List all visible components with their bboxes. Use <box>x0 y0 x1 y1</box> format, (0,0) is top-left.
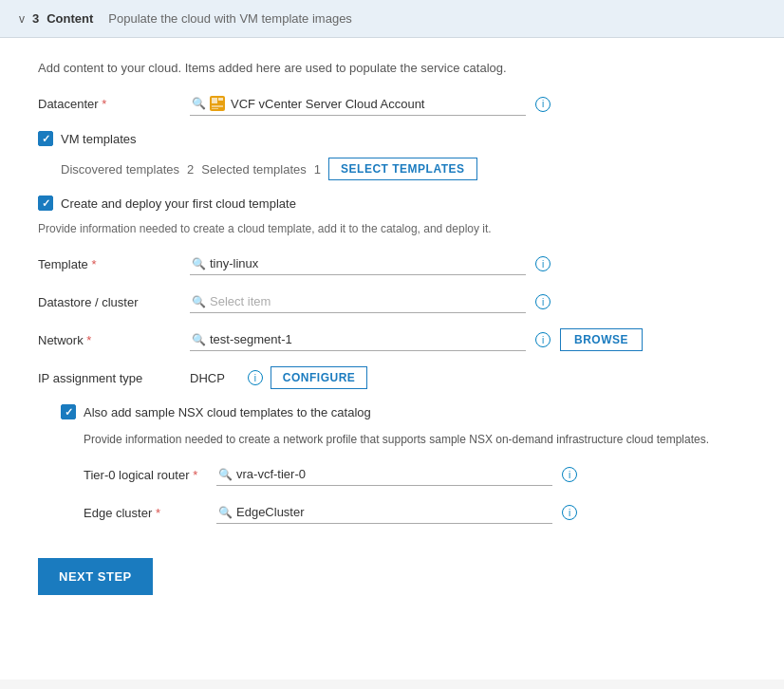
template-value: tiny-linux <box>210 256 524 270</box>
tier0-search-icon: 🔍 <box>218 468 233 481</box>
datastore-label: Datastore / cluster <box>38 295 190 309</box>
template-info-icon[interactable]: i <box>535 256 551 271</box>
nsx-section: Also add sample NSX cloud templates to t… <box>61 404 746 524</box>
edge-cluster-value: EdgeCluster <box>236 505 551 519</box>
network-input-wrap[interactable]: 🔍 test-segment-1 i <box>190 328 551 351</box>
network-label: Network * <box>38 333 190 347</box>
datacenter-vm-icon <box>210 96 225 111</box>
templates-counts-row: Discovered templates 2 Selected template… <box>61 158 746 180</box>
datastore-placeholder: Select item <box>210 294 524 308</box>
tier0-label: Tier-0 logical router * <box>84 468 216 482</box>
network-row: Network * 🔍 test-segment-1 i BROWSE <box>38 328 746 351</box>
edge-search-icon: 🔍 <box>218 506 233 519</box>
tier0-input-wrap[interactable]: 🔍 vra-vcf-tier-0 i <box>216 463 577 486</box>
network-input[interactable]: 🔍 test-segment-1 <box>190 328 526 351</box>
select-templates-button[interactable]: SELECT TEMPLATES <box>328 158 476 180</box>
svg-rect-2 <box>218 98 223 101</box>
tier0-input[interactable]: 🔍 vra-vcf-tier-0 <box>216 463 552 486</box>
selected-label: Selected templates <box>201 162 307 177</box>
create-deploy-label: Create and deploy your first cloud templ… <box>61 196 296 211</box>
edge-cluster-label: Edge cluster * <box>84 506 216 520</box>
browse-button[interactable]: BROWSE <box>560 328 643 351</box>
network-value: test-segment-1 <box>210 332 524 346</box>
step-description: Populate the cloud with VM template imag… <box>108 11 352 26</box>
content-area: Add content to your cloud. Items added h… <box>0 38 784 680</box>
datastore-input-wrap[interactable]: 🔍 Select item i <box>190 290 551 313</box>
next-step-button[interactable]: NEXT STEP <box>38 558 153 595</box>
svg-rect-1 <box>212 98 217 103</box>
datacenter-info-icon[interactable]: i <box>535 97 551 112</box>
ip-assignment-controls: DHCP i CONFIGURE <box>190 366 367 389</box>
nsx-checkbox[interactable] <box>61 404 76 419</box>
edge-cluster-info-icon[interactable]: i <box>562 505 577 520</box>
search-icon: 🔍 <box>192 97 206 110</box>
datastore-info-icon[interactable]: i <box>535 294 551 309</box>
required-star-edge: * <box>156 506 160 520</box>
svg-rect-3 <box>212 105 223 107</box>
tier0-value: vra-vcf-tier-0 <box>236 467 551 481</box>
vm-templates-checkbox-row[interactable]: VM templates <box>38 131 746 146</box>
network-info-icon[interactable]: i <box>535 332 551 347</box>
edge-cluster-input-wrap[interactable]: 🔍 EdgeCluster i <box>216 501 577 524</box>
intro-text: Add content to your cloud. Items added h… <box>38 61 746 75</box>
required-star: * <box>102 97 106 111</box>
edge-cluster-row: Edge cluster * 🔍 EdgeCluster i <box>84 501 746 524</box>
create-deploy-checkbox[interactable] <box>38 196 53 211</box>
required-star-tier0: * <box>193 468 197 482</box>
datacenter-input-wrap[interactable]: 🔍 VCF vCenter Server Cloud Account i <box>190 92 551 116</box>
svg-rect-4 <box>212 108 218 109</box>
required-star-network: * <box>86 333 91 347</box>
nsx-provide-text: Provide information needed to create a n… <box>84 431 729 448</box>
vm-templates-checkbox[interactable] <box>38 131 53 146</box>
required-star-template: * <box>91 257 96 271</box>
datastore-input[interactable]: 🔍 Select item <box>190 290 526 313</box>
datacenter-value: VCF vCenter Server Cloud Account <box>231 97 524 111</box>
template-label: Template * <box>38 257 190 271</box>
tier0-row: Tier-0 logical router * 🔍 vra-vcf-tier-0… <box>84 463 746 486</box>
ip-assignment-label: IP assignment type <box>38 371 190 385</box>
ip-assignment-info-icon[interactable]: i <box>248 370 263 385</box>
tier0-info-icon[interactable]: i <box>562 467 577 482</box>
discovered-count: 2 <box>187 162 194 177</box>
selected-count: 1 <box>314 162 321 177</box>
nsx-checkbox-row[interactable]: Also add sample NSX cloud templates to t… <box>61 404 746 419</box>
create-deploy-checkbox-row[interactable]: Create and deploy your first cloud templ… <box>38 196 746 211</box>
step-title: Content <box>47 11 93 26</box>
datastore-search-icon: 🔍 <box>192 295 206 308</box>
edge-cluster-input[interactable]: 🔍 EdgeCluster <box>216 501 552 524</box>
datacenter-label: Datacenter * <box>38 97 190 111</box>
configure-button[interactable]: CONFIGURE <box>271 366 368 389</box>
discovered-label: Discovered templates <box>61 162 179 177</box>
datastore-row: Datastore / cluster 🔍 Select item i <box>38 290 746 313</box>
datacenter-input[interactable]: 🔍 VCF vCenter Server Cloud Account <box>190 92 526 116</box>
template-input[interactable]: 🔍 tiny-linux <box>190 252 526 275</box>
step-number: 3 <box>32 11 39 26</box>
chevron-icon: v <box>19 12 25 26</box>
nsx-checkbox-label: Also add sample NSX cloud templates to t… <box>84 405 371 419</box>
vm-templates-label: VM templates <box>61 132 136 146</box>
datacenter-row: Datacenter * 🔍 VCF vCenter Server Cloud … <box>38 92 746 116</box>
template-row: Template * 🔍 tiny-linux i <box>38 252 746 275</box>
template-search-icon: 🔍 <box>192 257 206 270</box>
template-input-wrap[interactable]: 🔍 tiny-linux i <box>190 252 551 275</box>
ip-assignment-row: IP assignment type DHCP i CONFIGURE <box>38 366 746 389</box>
top-bar: v 3 Content Populate the cloud with VM t… <box>0 0 784 38</box>
provide-text: Provide information needed to create a c… <box>38 222 746 235</box>
dhcp-value: DHCP <box>190 371 225 385</box>
network-search-icon: 🔍 <box>192 333 206 346</box>
